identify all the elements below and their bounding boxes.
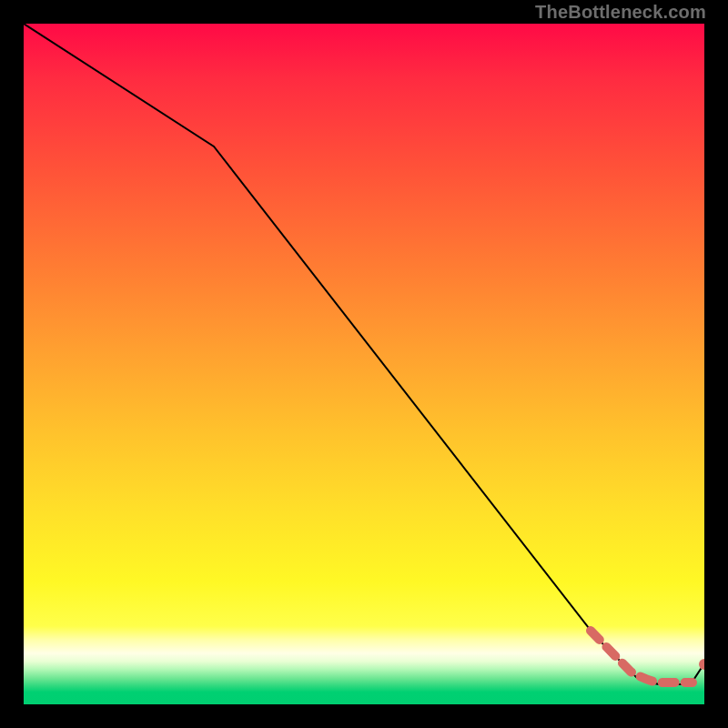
- chart-stage: TheBottleneck.com: [0, 0, 728, 728]
- watermark-text: TheBottleneck.com: [535, 2, 706, 23]
- bottleneck-curve: [24, 24, 704, 684]
- end-marker-dot: [699, 659, 704, 670]
- highlight-dash: [591, 631, 693, 682]
- highlight-dash-path: [591, 631, 693, 682]
- chart-overlay: [24, 24, 704, 704]
- plot-area: [24, 24, 704, 704]
